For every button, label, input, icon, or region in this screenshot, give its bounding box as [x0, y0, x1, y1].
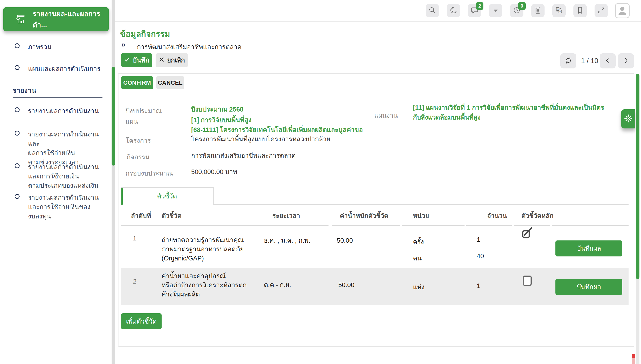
- activity-value: การพัฒนาส่งเสริมอาชีพและการตลาด: [191, 151, 296, 160]
- col-header-no: ลำดับที่: [131, 211, 151, 221]
- app-brand-button[interactable]: รายงานผล-และผลการดำ...: [3, 7, 109, 31]
- bookmark-icon: [576, 6, 584, 15]
- col-header-main-indicator: ตัวชี้วัดหลัก: [522, 211, 554, 221]
- col-header-weight: ค่าน้ำหนักตัวชี้วัด: [328, 211, 400, 221]
- tab-indicators-label: ตัวชี้วัด: [157, 191, 177, 201]
- record-result-button[interactable]: บันทึกผล: [556, 279, 622, 295]
- save-button-label: บันทึก: [133, 55, 149, 65]
- search-icon: [428, 6, 436, 15]
- header-underline: [552, 225, 628, 226]
- confirm-button[interactable]: CONFIRM: [121, 76, 153, 89]
- tab-indicators[interactable]: ตัวชี้วัด: [121, 187, 214, 205]
- row-period: ต.ค.- ก.ย.: [264, 280, 291, 290]
- sidebar-item-label: ภาพรวม: [28, 42, 106, 52]
- sidebar-item-label: รายงานผลการดำเนินงาน และการใช้จ่ายเงิน ต…: [28, 162, 106, 190]
- cancel-button[interactable]: ยกเลิก: [156, 53, 188, 67]
- row-period: ธ.ค. , ม.ค. , ก.พ.: [264, 236, 310, 245]
- header-underline: [466, 225, 512, 226]
- sidebar-scrollbar-thumb[interactable]: [112, 67, 115, 166]
- budget-label: กรอบงบประมาณ: [126, 168, 173, 178]
- row-no: 1: [133, 234, 136, 243]
- row-unit: ครั้ง: [413, 237, 424, 246]
- dropdown-button[interactable]: [489, 4, 502, 17]
- calculator-icon: [534, 6, 542, 15]
- main-scrollbar-track[interactable]: [636, 279, 640, 364]
- tab-active-bar: [121, 188, 123, 205]
- page-title: ข้อมูลกิจกรรม: [120, 27, 170, 40]
- sidebar-divider: [13, 97, 102, 98]
- cancel-secondary-label: CANCEL: [158, 79, 182, 86]
- history-button[interactable]: 0: [510, 4, 524, 17]
- plan-project-code-value[interactable]: [68-1111] โครงการวิจัยเทคโนโลยีเพื่อเพิ่…: [191, 125, 363, 135]
- fullscreen-button[interactable]: [594, 4, 608, 17]
- bookmark-button[interactable]: [574, 4, 587, 17]
- required-marker: [632, 354, 635, 358]
- sidebar-item-label: รายงานผลการดำเนินงานและ ผลการใช้จ่ายเงิน…: [28, 130, 106, 167]
- language-switch-button[interactable]: A ก: [552, 4, 566, 17]
- row-unit: คน: [413, 254, 422, 263]
- activity-label: กิจกรรม: [127, 152, 149, 162]
- col-header-indicator: ตัวชี้วัด: [162, 211, 182, 221]
- sidebar-scrollbar-track[interactable]: [112, 0, 115, 364]
- dark-mode-button[interactable]: [447, 4, 460, 17]
- sidebar-item-label: รายงานผลการดำเนินงาน: [28, 106, 106, 116]
- expand-arrows-icon: [598, 6, 605, 15]
- header-underline: [514, 225, 550, 226]
- row-weight: 50.00: [337, 236, 353, 245]
- settings-button[interactable]: [621, 109, 635, 128]
- refresh-button[interactable]: [560, 53, 576, 68]
- row-unit: แห่ง: [413, 283, 424, 292]
- program-label: แผนงาน: [374, 110, 398, 121]
- sidebar-item-label: แผนและผลการดำเนินการ: [28, 64, 106, 73]
- chat-button[interactable]: 2: [468, 4, 481, 17]
- add-indicator-button[interactable]: เพิ่มตัวชี้วัด: [121, 313, 162, 329]
- record-result-button[interactable]: บันทึกผล: [556, 240, 622, 256]
- page-indicator: 1 / 10: [580, 57, 600, 65]
- main-indicator-unchecked-checkbox[interactable]: [523, 276, 532, 286]
- save-button[interactable]: บันทึก: [121, 53, 152, 67]
- row-amount: 1: [477, 235, 480, 244]
- svg-text:A: A: [557, 8, 559, 10]
- gear-icon: [624, 114, 633, 124]
- user-avatar-button[interactable]: [615, 3, 630, 18]
- calculator-button[interactable]: [531, 4, 544, 17]
- breadcrumb: การพัฒนาส่งเสริมอาชีพและการตลาด: [137, 42, 242, 52]
- budget-value: 500,000.00 บาท: [191, 167, 237, 177]
- row-indicator-text: ถ่ายทอดความรู้การพัฒนาคุณ ภาพมาตรฐานอาหา…: [162, 236, 257, 263]
- refresh-icon: [564, 56, 572, 65]
- record-result-label: บันทึกผล: [577, 282, 601, 292]
- row-weight: 50.00: [338, 280, 354, 290]
- next-page-button[interactable]: [618, 53, 634, 68]
- add-indicator-label: เพิ่มตัวชี้วัด: [126, 316, 157, 326]
- project-label: โครงการ: [126, 136, 151, 146]
- circle-bullet-icon: [15, 131, 20, 136]
- fiscal-year-value[interactable]: ปีงบประมาณ 2568: [191, 104, 244, 114]
- topbar: 2 0 A ก: [115, 0, 641, 22]
- main-scrollbar-thumb[interactable]: [636, 74, 640, 279]
- double-chevron-icon: »: [121, 40, 126, 49]
- cancel-secondary-button[interactable]: CANCEL: [156, 76, 184, 89]
- plan-label: แผน: [126, 116, 138, 127]
- translate-icon: A ก: [555, 6, 563, 15]
- search-button[interactable]: [426, 4, 439, 17]
- circle-bullet-icon: [15, 43, 20, 48]
- circle-bullet-icon: [15, 65, 20, 70]
- chevron-right-icon: [622, 57, 630, 65]
- col-header-period: ระยะเวลา: [264, 211, 308, 221]
- close-icon: [159, 57, 164, 64]
- svg-text:ก: ก: [560, 10, 560, 13]
- col-header-unit: หน่วย: [413, 211, 429, 221]
- header-underline: [402, 225, 464, 226]
- main-indicator-checked-icon[interactable]: [522, 227, 534, 241]
- row-amount: 1: [477, 281, 480, 290]
- avatar-icon: [617, 5, 628, 16]
- brand-label: รายงานผล-และผลการดำ...: [33, 8, 109, 30]
- fiscal-year-label: ปีงบประมาณ: [126, 106, 162, 116]
- plan-value[interactable]: [1] การวิจัยบนพื้นที่สูง: [191, 115, 252, 125]
- row-indicator-text: ค่าน้ำยาและค่าอุปกรณ์ หรือค่าจ้างการวิเค…: [162, 272, 257, 299]
- record-result-label: บันทึกผล: [577, 243, 601, 254]
- program-value[interactable]: [11] แผนงานวิจัยที่ 1 การวิจัยเพื่อการพั…: [413, 103, 641, 122]
- sidebar-item-label: รายงานผลการดำเนินงาน และการใช้จ่ายเงินขอ…: [28, 193, 106, 221]
- header-underline: [121, 225, 328, 226]
- previous-page-button[interactable]: [600, 53, 616, 68]
